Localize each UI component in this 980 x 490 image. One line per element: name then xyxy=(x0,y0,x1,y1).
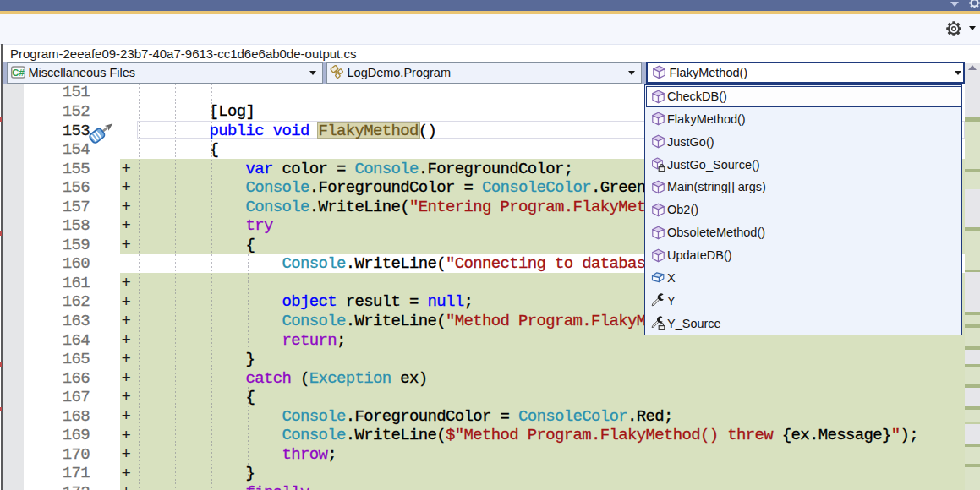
svg-text:C#: C# xyxy=(12,68,25,78)
